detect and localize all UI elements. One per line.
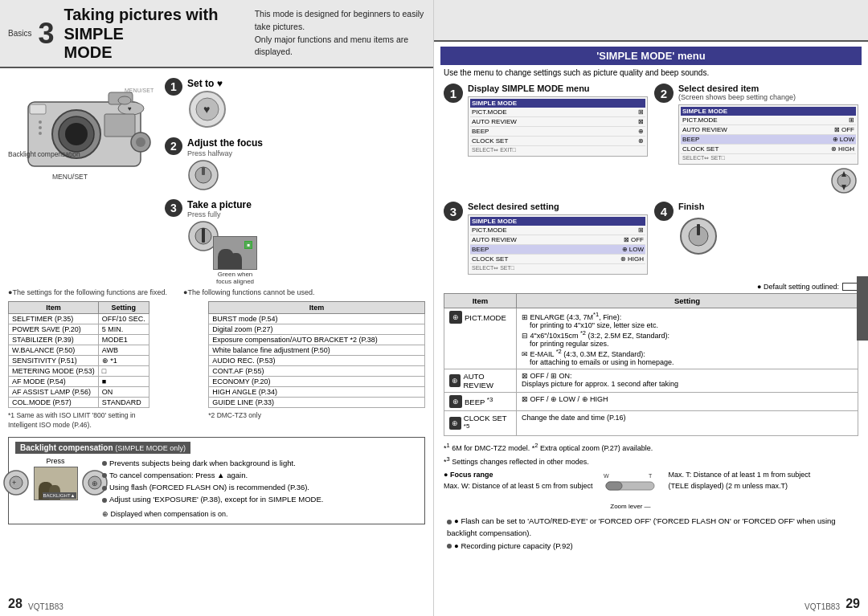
backlight-dial-1: + [2,469,31,497]
svg-point-12 [118,96,131,104]
page-left: Basics 3 Taking pictures with SIMPLE MOD… [0,0,434,616]
left-table-row: METERING MODE (P.53)□ [9,366,149,377]
right-steps-grid: 1 Display SIMPLE MODE menu SIMPLE MODE P… [440,84,862,275]
page-header: Basics 3 Taking pictures with SIMPLE MOD… [0,0,433,68]
backlight-photo: BACKLIGHT▲ [34,467,78,500]
step-1-label: Set to ♥ [187,78,227,89]
step-1: 1 Set to ♥ ♥ [165,78,425,131]
menu-screen-1-footer: SELECT⇔ EXIT□ [470,146,645,154]
left-table-row: SELFTIMER (P.35)OFF/10 SEC. [9,314,149,324]
clockset-label: CLOCK SET *5 [464,414,511,433]
svg-point-8 [39,120,42,124]
left-table-header-item: Item [9,302,99,314]
left-vqt-code: VQT1B83 [28,602,63,611]
menu-screen-1-row-1: AUTO REVIEW⊠ [470,117,645,127]
svg-text:+: + [12,479,16,487]
focus-range-row: ● Focus range Max. W: Distance of at lea… [444,470,858,512]
right-step-2-num: 2 [654,84,674,103]
svg-point-14 [136,137,145,147]
svg-rect-37 [697,224,700,235]
step-3-sub: Press fully [187,210,252,218]
zoom-lever-label: Zoom lever — [610,502,650,512]
press-halfway-dial [187,159,219,191]
bottom-bullets: ● Flash can be set to 'AUTO/RED-EYE' or … [440,512,862,555]
header-title: Taking pictures with SIMPLE MODE [63,5,231,62]
left-table-item-cell: METERING MODE (P.53) [9,366,99,377]
svg-text:W: W [604,473,609,479]
finish-dial [678,216,719,256]
autoreview-icon: ⊕ [449,374,461,387]
step-2: 2 Adjust the focus Press halfway [165,137,425,193]
left-table-setting-cell: AWB [98,345,149,356]
focus-image-area: ■ Green when focus aligned [213,236,425,285]
left-table-setting-cell: □ [98,366,149,377]
menu-screen-1-row-3: CLOCK SET⊗ [470,137,645,146]
menu-set-label: MENU/SET [52,173,88,181]
right-table-item-cell: CONT.AF (P.55) [209,366,425,377]
left-settings-table: Item Setting SELFTIMER (P.35)OFF/10 SEC.… [8,301,149,408]
menu-screen-2-row-3: CLOCK SET⊗ HIGH [681,145,856,154]
svg-point-3 [65,123,88,145]
table-row-pictmode: ⊕ PICT.MODE ⊞ ENLARGE (4:3, 7M*1, Fine):… [444,308,858,369]
right-step-2-content: Select desired item (Screen shows beep s… [678,84,858,195]
title-line2: MODE [63,43,231,62]
menu-screen-3-header: SIMPLE MODE [470,217,645,226]
right-table-row: BURST mode (P.54) [209,314,425,324]
left-table-item-cell: SENSITIVITY (P.51) [9,356,99,366]
default-box-indicator [842,283,858,291]
right-table-item-cell: HIGH ANGLE (P.34) [209,387,425,398]
backlight-box: Backlight compensation (SIMPLE MODE only… [8,437,425,524]
right-table-item-cell: GUIDE LINE (P.33) [209,398,425,408]
simple-mode-menu-title: 'SIMPLE MODE' menu [440,47,862,65]
menu-screen-3-row-0: PICT.MODE⊞ [470,226,645,235]
focus-range-label: ● Focus range [444,470,592,481]
zoom-lever-area: W T Zoom lever — [602,470,658,512]
right-table-footnote: *2 DMC-TZ3 only [208,411,425,421]
left-table-setting-cell: ■ [98,377,149,387]
left-page-number: 28 [8,597,23,611]
right-table-container: Item BURST mode (P.54)Digital zoom (P.27… [208,301,425,430]
right-step-4-title: Finish [678,202,858,211]
pictmode-icon: ⊕ [449,311,462,324]
focus-photo: ■ [213,236,257,270]
menu-screen-1-row-2: BEEP⊕ [470,127,645,137]
right-step-3-content: Select desired setting SIMPLE MODE PICT.… [468,202,648,275]
beep-icon: ⊕ [449,395,462,408]
menu-screen-3-row-1: AUTO REVIEW⊠ OFF [470,235,645,245]
right-vqt-code: VQT1B83 [805,602,840,611]
pictmode-setting: ⊞ ENLARGE (4:3, 7M*1, Fine): for printin… [517,308,858,369]
backlight-header: Backlight compensation (SIMPLE MODE only… [15,442,418,454]
menu-screen-1-header: SIMPLE MODE [470,99,645,108]
step2-dial [830,167,858,195]
green-when-label: Green when focus aligned [213,271,257,285]
bottom-bullet-1 [447,520,452,524]
page-right: 'SIMPLE MODE' menu Use the menu to chang… [434,0,868,616]
fixed-settings-note: ●The settings for the following function… [8,288,425,296]
left-table-row: COL.MODE (P.57)STANDARD [9,398,149,408]
right-step-1-num: 1 [444,84,463,103]
menu-screen-3-footer: SELECT⇔ SET□ [470,264,645,272]
right-table-row: Exposure compensation/AUTO BRACKET *2 (P… [209,335,425,345]
backlight-dials: + BACKLIGHT▲ ⊕ [2,467,109,500]
step-3-num: 3 [165,199,182,217]
svg-rect-5 [30,104,46,114]
beep-label: BEEP *3 [465,396,493,406]
pictmode-label: PICT.MODE [465,313,506,322]
right-page-number: 29 [845,597,860,611]
left-table-row: STABILIZER (P.39)MODE1 [9,335,149,345]
right-table-row: White balance fine adjustment (P.50) [209,345,425,356]
bullet-3 [102,486,107,491]
left-table-header-setting: Setting [98,302,149,314]
menu-screen-1-row-0: PICT.MODE⊞ [470,108,645,117]
right-table-row: GUIDE LINE (P.33) [209,398,425,408]
left-table-footnote: *1 Same as with ISO LIMIT '800' setting … [8,411,205,430]
left-table-item-cell: STABILIZER (P.39) [9,335,99,345]
right-table-item-cell: BURST mode (P.54) [209,314,425,324]
bottom-bullet-2 [447,544,452,549]
step-2-label: Adjust the focus [187,137,263,149]
svg-rect-39 [606,482,622,490]
backlight-image-area: Press + BACKLIGHT▲ [15,457,96,520]
left-table-item-cell: POWER SAVE (P.20) [9,324,99,335]
settings-tables-area: Item Setting SELFTIMER (P.35)OFF/10 SEC.… [8,301,425,430]
right-table-item-cell: ECONOMY (P.20) [209,377,425,387]
